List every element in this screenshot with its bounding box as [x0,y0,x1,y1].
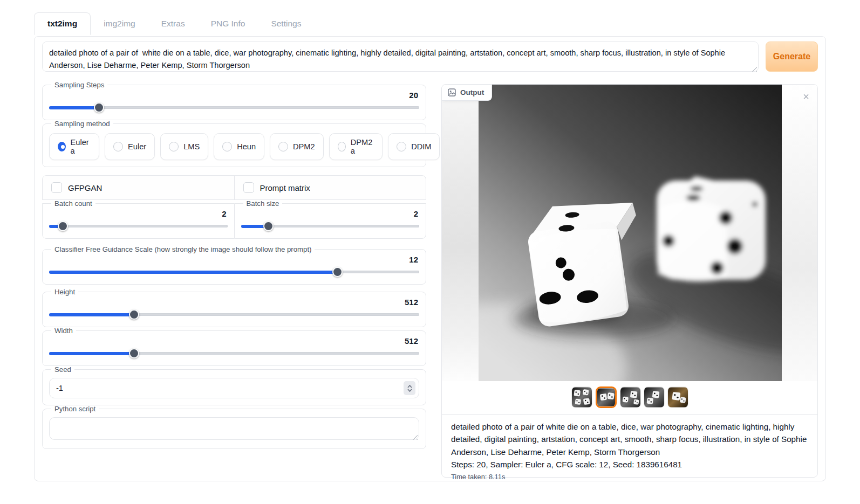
cfg-scale-slider[interactable] [49,266,419,278]
thumbnail-dice-grid[interactable] [572,387,592,408]
gfpgan-label: GFPGAN [68,183,102,192]
caption-prompt: detailed photo of a pair of white die on… [451,420,808,458]
slider-rail [49,225,228,227]
slider-thumb[interactable] [94,102,104,113]
radio-circle-icon [338,142,346,151]
prompt-wrap: detailed photo of a pair of white die on… [42,42,759,74]
prompt-matrix-option[interactable]: Prompt matrix [234,175,427,200]
batch-size-value: 2 [241,209,420,219]
prompt-row: detailed photo of a pair of white die on… [42,42,818,74]
slider-thumb[interactable] [263,221,274,231]
slider-rail [49,106,419,109]
seed-value: -1 [56,384,63,392]
output-panel: Output [441,84,818,478]
radio-label: DPM2 [293,142,315,151]
output-gallery: × [442,85,817,415]
height-value: 512 [49,297,419,308]
gfpgan-checkbox[interactable] [51,182,62,193]
radio-label: DDIM [411,142,431,151]
radio-option-euler[interactable]: Euler [105,133,155,160]
slider-fill [49,352,134,355]
thumbnail-dice-pair[interactable] [596,386,617,408]
radio-label: DPM2 a [351,138,374,155]
radio-option-dpm2-a[interactable]: DPM2 a [329,133,383,160]
radio-option-dpm2[interactable]: DPM2 [270,133,324,160]
radio-option-heun[interactable]: Heun [214,133,264,160]
radio-circle-icon [113,142,123,151]
batch-count-slider[interactable] [49,220,228,232]
prompt-input[interactable]: detailed photo of a pair of white die on… [42,42,759,72]
radio-circle-icon [169,142,179,151]
radio-label: Heun [237,142,256,151]
chevron-down-icon [407,389,412,392]
gfpgan-option[interactable]: GFPGAN [42,175,235,200]
thumbnail-dice-scatter[interactable] [644,387,664,408]
tab-Extras[interactable]: Extras [148,13,198,34]
slider-fill [49,271,338,274]
prompt-matrix-checkbox[interactable] [243,182,254,193]
batch-count-value: 2 [49,209,228,219]
sampling-steps-value: 20 [49,90,419,101]
batch-count-group: Batch count 2 [42,199,235,239]
width-group: Width 512 [42,327,426,366]
radio-option-lms[interactable]: LMS [160,133,208,160]
output-panel-tab: Output [442,85,492,101]
width-value: 512 [49,336,419,347]
prompt-matrix-label: Prompt matrix [260,183,310,192]
output-image[interactable] [479,85,783,381]
python-script-input[interactable] [49,417,419,440]
seed-group: Seed -1 [42,365,426,405]
radio-label: Euler a [71,138,91,155]
thumbnail-strip [442,386,817,408]
seed-input[interactable]: -1 [49,378,419,398]
python-script-group: Python script [42,405,426,449]
gallery-left-fade [442,85,479,381]
caption-params: Steps: 20, Sampler: Euler a, CFG scale: … [451,458,808,471]
batch-size-slider[interactable] [241,220,420,232]
batch-size-group: Batch size 2 [234,199,427,239]
cfg-scale-group: Classifier Free Guidance Scale (how stro… [42,245,426,285]
radio-label: Euler [128,142,146,151]
sampling-method-options: Euler aEulerLMSHeunDPM2DPM2 aDDIMPLMS [49,133,419,160]
close-icon[interactable]: × [799,90,813,104]
thumbnail-dice-table[interactable] [620,387,640,408]
radio-circle-icon [278,142,288,151]
radio-option-euler-a[interactable]: Euler a [49,133,99,160]
tab-img2img[interactable]: img2img [91,13,148,34]
caption-time-taken: Time taken: 8.11s [451,473,808,481]
tab-txt2img[interactable]: txt2img [34,12,91,35]
tab-bar: txt2imgimg2imgExtrasPNG InfoSettings [34,12,314,34]
output-column: Output [441,81,818,478]
batch-row: Batch count 2 Batch size 2 [42,199,426,239]
thumbnail-dice-gold[interactable] [668,387,688,408]
slider-thumb[interactable] [129,348,139,358]
height-label: Height [51,288,78,296]
sampling-steps-label: Sampling Steps [51,81,107,89]
slider-thumb[interactable] [58,221,68,231]
output-caption: detailed photo of a pair of white die on… [442,415,817,485]
image-icon [448,88,456,96]
slider-thumb[interactable] [332,267,343,277]
radio-option-ddim[interactable]: DDIM [388,133,440,160]
sampling-steps-slider[interactable] [49,102,419,113]
tab-PNG Info[interactable]: PNG Info [198,13,258,34]
height-slider[interactable] [49,309,419,320]
radio-circle-icon [222,142,232,151]
slider-fill [49,313,134,316]
generate-button[interactable]: Generate [766,42,818,72]
tab-Settings[interactable]: Settings [258,13,314,34]
python-script-label: Python script [51,405,99,413]
width-slider[interactable] [49,348,419,359]
chevron-up-icon [407,385,412,388]
seed-stepper[interactable] [404,381,415,395]
sampling-method-group: Sampling method Euler aEulerLMSHeunDPM2D… [42,120,426,167]
slider-fill [49,106,99,109]
slider-thumb[interactable] [129,309,139,320]
seed-label: Seed [51,365,74,374]
cfg-scale-value: 12 [49,254,419,265]
sampling-steps-group: Sampling Steps 20 [42,81,426,120]
batch-size-label: Batch size [243,199,283,208]
sampling-method-label: Sampling method [51,120,113,128]
height-group: Height 512 [42,288,426,327]
cfg-scale-label: Classifier Free Guidance Scale (how stro… [51,245,315,253]
